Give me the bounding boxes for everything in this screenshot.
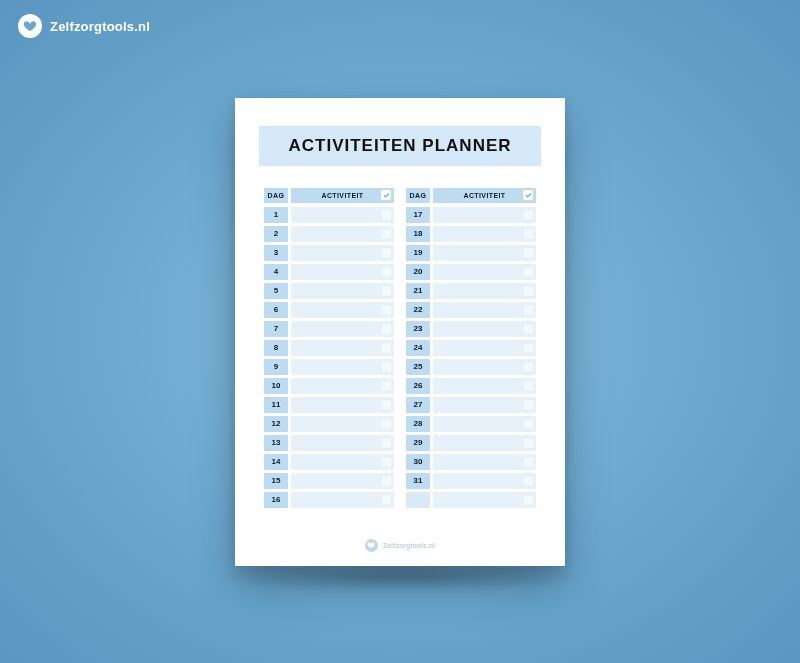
- header-activity-text: ACTIVITEIT: [463, 192, 505, 199]
- day-number-cell: 13: [264, 435, 288, 451]
- checkbox-icon: [524, 267, 533, 276]
- header-day-label: DAG: [406, 188, 430, 203]
- footer-brand-text: Zelfzorgtools.nl: [383, 542, 435, 549]
- checkbox-icon: [524, 324, 533, 333]
- planner-row: 8: [264, 340, 394, 356]
- planner-column-1: DAG ACTIVITEIT 12345678910111213141516: [264, 188, 394, 511]
- activity-cell: [433, 435, 536, 451]
- activity-cell: [291, 454, 394, 470]
- checkbox-icon: [524, 438, 533, 447]
- activity-cell: [291, 473, 394, 489]
- planner-row: [406, 492, 536, 508]
- activity-cell: [291, 416, 394, 432]
- day-number-cell: 8: [264, 340, 288, 356]
- checkbox-icon: [382, 381, 391, 390]
- day-number-cell: 16: [264, 492, 288, 508]
- planner-row: 7: [264, 321, 394, 337]
- checkbox-icon: [382, 419, 391, 428]
- planner-row: 22: [406, 302, 536, 318]
- planner-row: 5: [264, 283, 394, 299]
- planner-row: 9: [264, 359, 394, 375]
- checkbox-icon: [382, 438, 391, 447]
- checkbox-icon: [524, 248, 533, 257]
- planner-row: 1: [264, 207, 394, 223]
- activity-cell: [433, 416, 536, 432]
- planner-row: 31: [406, 473, 536, 489]
- heart-logo-icon: [365, 539, 378, 552]
- activity-cell: [291, 378, 394, 394]
- checkbox-icon: [524, 210, 533, 219]
- activity-cell: [433, 264, 536, 280]
- day-number-cell: 10: [264, 378, 288, 394]
- activity-cell: [291, 397, 394, 413]
- checkbox-icon: [382, 324, 391, 333]
- checkbox-icon: [524, 305, 533, 314]
- checkbox-icon: [524, 476, 533, 485]
- activity-cell: [433, 359, 536, 375]
- day-number-cell: 7: [264, 321, 288, 337]
- activity-cell: [291, 226, 394, 242]
- planner-row: 13: [264, 435, 394, 451]
- planner-row: 2: [264, 226, 394, 242]
- planner-row: 18: [406, 226, 536, 242]
- activity-cell: [433, 226, 536, 242]
- document-stage: ACTIVITEITEN PLANNER DAG ACTIVITEIT 1234…: [235, 98, 565, 566]
- day-number-cell: 28: [406, 416, 430, 432]
- column-header-row: DAG ACTIVITEIT: [264, 188, 394, 203]
- checkbox-icon: [382, 400, 391, 409]
- activity-cell: [433, 283, 536, 299]
- planner-column-2: DAG ACTIVITEIT 1718192021222324252627282…: [406, 188, 536, 511]
- activity-cell: [433, 454, 536, 470]
- planner-row: 23: [406, 321, 536, 337]
- checkbox-icon: [524, 229, 533, 238]
- heart-logo-icon: [18, 14, 42, 38]
- col2-rows: 171819202122232425262728293031: [406, 207, 536, 508]
- planner-row: 24: [406, 340, 536, 356]
- checkbox-icon: [382, 305, 391, 314]
- activity-cell: [291, 340, 394, 356]
- checkbox-icon: [382, 476, 391, 485]
- day-number-cell: 29: [406, 435, 430, 451]
- planner-row: 28: [406, 416, 536, 432]
- checkbox-icon: [524, 381, 533, 390]
- day-number-cell: 1: [264, 207, 288, 223]
- checkmark-icon: [381, 190, 391, 200]
- day-number-cell: 19: [406, 245, 430, 261]
- header-day-label: DAG: [264, 188, 288, 203]
- activity-cell: [291, 492, 394, 508]
- activity-cell: [433, 207, 536, 223]
- activity-cell: [291, 245, 394, 261]
- header-activity-label: ACTIVITEIT: [433, 188, 536, 203]
- day-number-cell: 4: [264, 264, 288, 280]
- day-number-cell: 31: [406, 473, 430, 489]
- activity-cell: [433, 492, 536, 508]
- checkbox-icon: [524, 400, 533, 409]
- activity-cell: [433, 302, 536, 318]
- day-number-cell: 25: [406, 359, 430, 375]
- planner-document: ACTIVITEITEN PLANNER DAG ACTIVITEIT 1234…: [235, 98, 565, 566]
- day-number-cell: 27: [406, 397, 430, 413]
- checkbox-icon: [524, 286, 533, 295]
- activity-cell: [433, 321, 536, 337]
- day-number-cell: 21: [406, 283, 430, 299]
- day-number-cell: 5: [264, 283, 288, 299]
- planner-columns: DAG ACTIVITEIT 12345678910111213141516 D…: [259, 188, 541, 511]
- checkbox-icon: [382, 457, 391, 466]
- checkbox-icon: [382, 343, 391, 352]
- checkbox-icon: [382, 210, 391, 219]
- activity-cell: [433, 340, 536, 356]
- document-footer-brand: Zelfzorgtools.nl: [235, 539, 565, 552]
- planner-row: 6: [264, 302, 394, 318]
- day-number-cell: 11: [264, 397, 288, 413]
- activity-cell: [291, 435, 394, 451]
- planner-row: 19: [406, 245, 536, 261]
- brand-name: Zelfzorgtools.nl: [50, 19, 150, 34]
- day-number-cell: 22: [406, 302, 430, 318]
- activity-cell: [433, 245, 536, 261]
- day-number-cell: 6: [264, 302, 288, 318]
- activity-cell: [291, 359, 394, 375]
- col1-rows: 12345678910111213141516: [264, 207, 394, 508]
- checkbox-icon: [382, 248, 391, 257]
- checkbox-icon: [382, 495, 391, 504]
- column-header-row: DAG ACTIVITEIT: [406, 188, 536, 203]
